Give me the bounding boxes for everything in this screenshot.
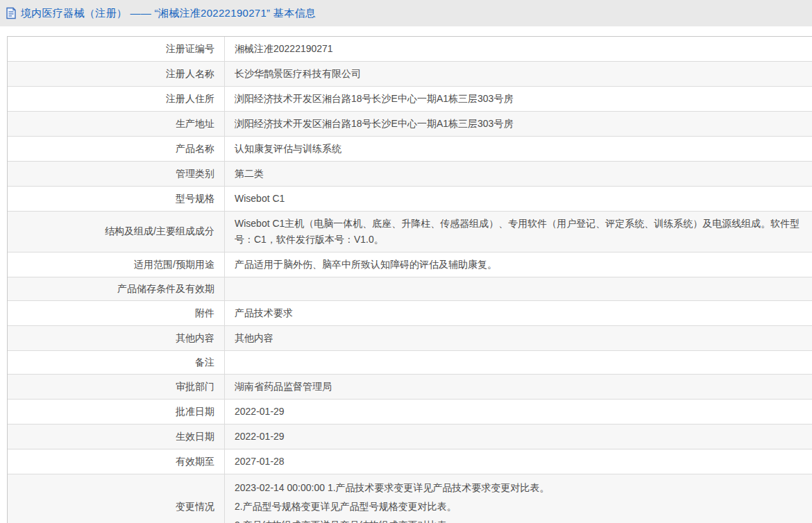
row-label: 生产地址	[8, 112, 225, 136]
table-row: 适用范围/预期用途 产品适用于脑外伤、脑卒中所致认知障碍的评估及辅助康复。	[8, 252, 812, 277]
document-icon	[6, 7, 17, 19]
row-label: 附件	[8, 301, 225, 325]
table-row: 注册人住所 浏阳经济技术开发区湘台路18号长沙E中心一期A1栋三层303号房	[8, 87, 812, 112]
value-line: 3.产品结构组成变更详见产品结构组成变更对比表。	[235, 516, 802, 523]
row-label: 注册人名称	[8, 62, 225, 86]
table-row: 审批部门 湖南省药品监督管理局	[8, 375, 812, 400]
row-label: 批准日期	[8, 400, 225, 424]
row-label: 产品名称	[8, 137, 225, 161]
value-line: 2023-02-14 00:00:00 1.产品技术要求变更详见产品技术要求变更…	[235, 479, 802, 497]
page-header: 境内医疗器械（注册） —— “湘械注准20222190271” 基本信息	[0, 0, 812, 26]
table-row: 变更情况 2023-02-14 00:00:00 1.产品技术要求变更详见产品技…	[8, 474, 812, 523]
row-value: 湖南省药品监督管理局	[225, 375, 812, 399]
table-row: 生产地址 浏阳经济技术开发区湘台路18号长沙E中心一期A1栋三层303号房	[8, 112, 812, 137]
table-row: 备注	[8, 351, 812, 375]
table-row: 管理类别 第二类	[8, 162, 812, 187]
table-row: 结构及组成/主要组成成分 Wisebot C1主机（电脑一体机、底座、升降柱、传…	[8, 212, 812, 252]
registration-info-table: 注册证编号 湘械注准20222190271 注册人名称 长沙华鹊景医疗科技有限公…	[7, 36, 812, 523]
row-value: 2027-01-28	[225, 449, 812, 474]
table-row: 产品储存条件及有效期	[8, 277, 812, 301]
table-row: 其他内容 其他内容	[8, 326, 812, 351]
row-label: 注册人住所	[8, 87, 225, 111]
row-label: 变更情况	[8, 474, 225, 523]
row-value: 认知康复评估与训练系统	[225, 137, 812, 161]
row-value: 长沙华鹊景医疗科技有限公司	[225, 62, 812, 86]
row-value: 浏阳经济技术开发区湘台路18号长沙E中心一期A1栋三层303号房	[225, 87, 812, 111]
row-value: Wisebot C1	[225, 187, 812, 211]
row-value	[225, 351, 812, 374]
row-value: 2023-02-14 00:00:00 1.产品技术要求变更详见产品技术要求变更…	[225, 474, 812, 523]
table-row: 有效期至 2027-01-28	[8, 449, 812, 474]
row-label: 产品储存条件及有效期	[8, 277, 225, 300]
row-label: 备注	[8, 351, 225, 374]
table-row: 产品名称 认知康复评估与训练系统	[8, 137, 812, 162]
row-value: 2022-01-29	[225, 425, 812, 449]
value-line: 2.产品型号规格变更详见产品型号规格变更对比表。	[235, 497, 802, 516]
row-value	[225, 277, 812, 300]
row-label: 有效期至	[8, 449, 225, 474]
row-label: 结构及组成/主要组成成分	[8, 212, 225, 252]
row-label: 审批部门	[8, 375, 225, 399]
row-value: 其他内容	[225, 326, 812, 350]
table-row: 型号规格 Wisebot C1	[8, 187, 812, 212]
table-row: 生效日期 2022-01-29	[8, 425, 812, 449]
page-title: 境内医疗器械（注册） —— “湘械注准20222190271” 基本信息	[21, 7, 316, 20]
row-label: 生效日期	[8, 425, 225, 449]
row-value: 湘械注准20222190271	[225, 37, 812, 61]
row-label: 型号规格	[8, 187, 225, 211]
row-value: 浏阳经济技术开发区湘台路18号长沙E中心一期A1栋三层303号房	[225, 112, 812, 136]
row-value: 产品技术要求	[225, 301, 812, 325]
table-row: 批准日期 2022-01-29	[8, 400, 812, 425]
row-label: 适用范围/预期用途	[8, 252, 225, 277]
row-label: 注册证编号	[8, 37, 225, 61]
table-row: 附件 产品技术要求	[8, 301, 812, 326]
row-value: 产品适用于脑外伤、脑卒中所致认知障碍的评估及辅助康复。	[225, 252, 812, 277]
row-label: 其他内容	[8, 326, 225, 350]
table-row: 注册证编号 湘械注准20222190271	[8, 37, 812, 62]
table-row: 注册人名称 长沙华鹊景医疗科技有限公司	[8, 62, 812, 87]
row-value: 第二类	[225, 162, 812, 186]
row-label: 管理类别	[8, 162, 225, 186]
row-value: 2022-01-29	[225, 400, 812, 424]
row-value: Wisebot C1主机（电脑一体机、底座、升降柱、传感器组成）、专用软件（用户…	[225, 212, 812, 252]
